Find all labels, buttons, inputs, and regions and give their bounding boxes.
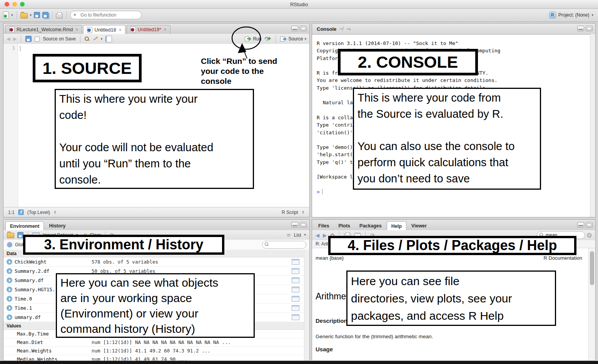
nav-back-icon[interactable]: ◀ [7, 36, 10, 42]
expand-object-icon[interactable] [7, 305, 12, 311]
expand-object-icon[interactable] [7, 314, 12, 320]
expand-object-icon[interactable] [7, 296, 12, 302]
list-view-label[interactable]: List [294, 232, 301, 238]
open-file-caret-icon[interactable]: ▾ [30, 13, 32, 17]
close-tab-icon[interactable]: × [75, 27, 78, 32]
window-title: RStudio [0, 2, 598, 7]
source-pane-controls [291, 26, 307, 31]
project-selector-label[interactable]: Project: (None) [558, 12, 590, 18]
print-icon[interactable] [56, 13, 63, 18]
load-workspace-icon[interactable] [7, 233, 14, 238]
clear-search-icon[interactable]: × [587, 233, 592, 238]
save-all-icon[interactable] [42, 12, 48, 18]
maximize-pane-icon[interactable] [300, 26, 307, 31]
maximize-pane-icon[interactable] [586, 222, 593, 227]
save-workspace-icon[interactable] [17, 232, 23, 238]
tab-packages[interactable]: Packages [355, 222, 386, 230]
view-data-icon[interactable] [292, 259, 299, 265]
source-statusbar: 1:1 f (Top Level) ⇕ R Script ⇕ [3, 207, 309, 217]
code-tools-icon[interactable] [92, 36, 98, 42]
environment-object-row[interactable]: Median.Weightsnum [1:12(1d)] 41 49 61 74… [3, 355, 304, 361]
run-icon [245, 37, 251, 41]
minimize-pane-icon[interactable] [577, 222, 584, 227]
tab-viewer[interactable]: Viewer [407, 222, 431, 230]
project-caret-icon[interactable]: ▾ [591, 13, 593, 17]
scope-stepper-icon[interactable]: ⇕ [53, 210, 57, 214]
view-data-icon[interactable] [292, 305, 299, 311]
annotation-environment-note: Here you can see what objects are in you… [56, 273, 255, 338]
toolbar-divider [52, 11, 52, 19]
tab-files[interactable]: Files [314, 222, 334, 230]
save-document-icon[interactable] [25, 36, 32, 42]
source-tab[interactable]: RLecture1_Welcome.Rmd× [5, 25, 82, 34]
close-tab-icon[interactable]: × [164, 27, 167, 32]
expand-object-icon[interactable] [7, 277, 12, 283]
save-icon[interactable] [34, 12, 40, 18]
console-scrollbar[interactable] [590, 34, 595, 217]
tab-label: Plots [339, 223, 351, 229]
toolbar-divider [21, 35, 21, 43]
minimize-pane-icon[interactable] [291, 26, 298, 31]
find-replace-icon[interactable] [85, 37, 89, 41]
help-scrollbar[interactable] [588, 248, 595, 361]
annotation-console-label: 2. CONSOLE [338, 49, 478, 75]
console-header: Console ~/ ↪ [312, 23, 595, 35]
annotation-run-callout: Click “Run” to send your code to the con… [201, 56, 297, 86]
new-file-caret-icon[interactable]: ▾ [11, 13, 13, 17]
source-on-save-checkbox[interactable] [35, 37, 40, 42]
filetype-stepper-icon[interactable]: ⇕ [302, 210, 305, 214]
source-tab[interactable]: Untitled18× [83, 25, 125, 34]
environment-object-row[interactable]: ChickWeight578 obs. of 5 variables [3, 257, 304, 267]
tab-label: Viewer [411, 223, 427, 229]
minimize-pane-icon[interactable] [577, 26, 584, 31]
tab-history[interactable]: History [45, 222, 70, 230]
tab-plots[interactable]: Plots [334, 222, 355, 230]
toolbar-divider [80, 35, 80, 43]
list-view-caret-icon[interactable]: ▾ [304, 233, 306, 237]
console-line: You are welcome to redistribute it under… [317, 77, 590, 84]
nav-forward-icon[interactable]: ▶ [13, 36, 17, 42]
new-file-icon[interactable] [3, 12, 9, 18]
help-back-icon[interactable]: ◀ [316, 232, 319, 238]
view-data-icon[interactable] [292, 277, 299, 283]
minimize-pane-icon[interactable] [291, 222, 298, 227]
help-forward-icon[interactable]: ▶ [323, 232, 327, 238]
close-tab-icon[interactable]: × [119, 27, 122, 33]
open-file-icon[interactable] [20, 13, 28, 18]
annotation-environment-label: 3. Environment / History [23, 235, 224, 255]
view-data-icon[interactable] [292, 296, 299, 302]
tab-label: History [49, 223, 65, 229]
maximize-pane-icon[interactable] [586, 26, 593, 31]
tab-help[interactable]: Help [387, 221, 406, 230]
filetype-label[interactable]: R Script [282, 210, 298, 215]
view-data-icon[interactable] [292, 287, 299, 292]
environment-scrollbar[interactable] [304, 250, 309, 361]
environment-object-row[interactable]: Mean.Dietnum [1:12(1d)] NA NA NA NA NA N… [3, 338, 304, 347]
compile-notebook-icon[interactable] [105, 36, 112, 42]
expand-object-icon[interactable] [7, 259, 12, 265]
expand-object-icon[interactable] [7, 287, 12, 292]
code-tools-caret-icon[interactable]: ▾ [101, 37, 103, 41]
source-tab[interactable]: Untitled19*× [127, 25, 170, 34]
source-toolbar: ◀ ▶ Source on Save ▾ Run Source ▾ [3, 34, 309, 44]
environment-search-input[interactable] [262, 241, 306, 249]
expand-object-icon[interactable] [7, 268, 12, 274]
share-icon[interactable]: ↪ [347, 27, 351, 32]
toolbar-divider [17, 11, 17, 19]
rerun-icon[interactable] [264, 36, 271, 42]
toolbar-divider [276, 35, 276, 43]
global-environment-icon[interactable] [7, 242, 12, 247]
main-toolbar: ▾ ▾ ➤ R Project: (None) ▾ [0, 9, 598, 22]
goto-arrow-icon: ➤ [73, 12, 77, 17]
run-button[interactable]: Run [245, 36, 261, 42]
environment-object-row[interactable]: Mean.Weightsnum [1:12(1d)] 41.1 49.2 60 … [3, 347, 304, 355]
maximize-pane-icon[interactable] [300, 222, 307, 227]
source-button[interactable]: Source ▾ [280, 36, 306, 42]
view-data-icon[interactable] [292, 314, 299, 320]
scope-label[interactable]: (Top Level) [27, 210, 50, 215]
goto-file-input[interactable] [70, 11, 142, 19]
tab-environment[interactable]: Environment [5, 221, 44, 230]
help-scrollbar-thumb[interactable] [590, 251, 594, 285]
list-view-icon[interactable]: ≡ [287, 232, 291, 237]
view-data-icon[interactable] [292, 268, 299, 274]
